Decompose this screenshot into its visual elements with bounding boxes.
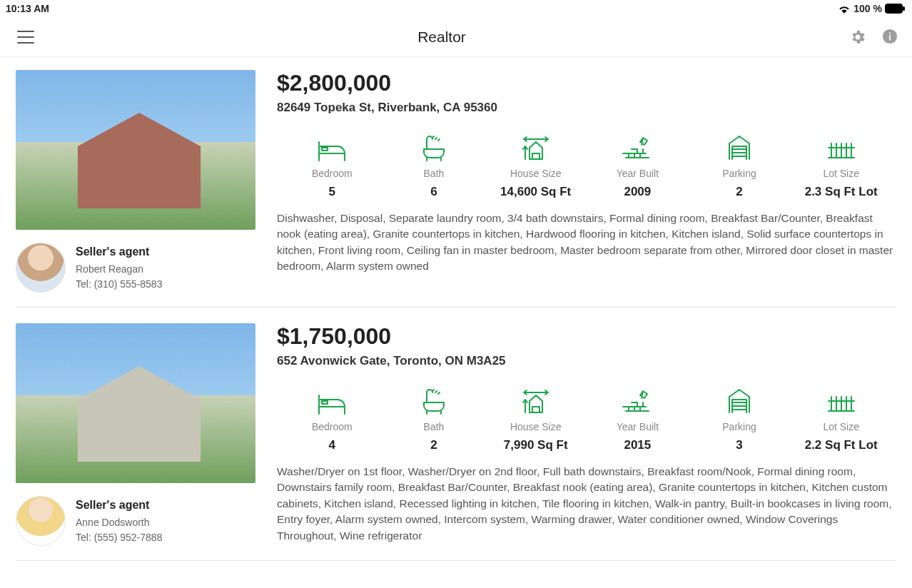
bath-icon <box>383 132 485 162</box>
stat-value: 2009 <box>587 185 689 199</box>
stat-value: 2.3 Sq Ft Lot <box>790 185 892 199</box>
stat-value: 7,990 Sq Ft <box>485 438 587 452</box>
lot-size-icon <box>790 385 892 415</box>
stat-bath: Bath 2 <box>383 385 485 452</box>
lot-size-icon <box>790 132 892 162</box>
bed-icon <box>281 385 383 415</box>
svg-rect-0 <box>886 4 903 14</box>
stat-value: 6 <box>383 185 485 199</box>
stats-row: Bedroom 4 Bath 2 House Size 7,990 Sq Ft <box>277 385 896 452</box>
listing-card[interactable]: Seller's agent Anne Dodsworth Tel: (555)… <box>16 323 896 561</box>
bed-icon <box>281 132 383 162</box>
stat-value: 3 <box>689 438 791 452</box>
agent-tel: Tel: (555) 952-7888 <box>76 530 162 545</box>
year-built-icon <box>587 132 689 162</box>
listings-container: Seller's agent Robert Reagan Tel: (310) … <box>0 57 912 581</box>
stat-value: 2 <box>383 438 485 452</box>
wifi-icon <box>838 4 851 14</box>
stat-label: Parking <box>689 421 791 432</box>
stat-lot-size: Lot Size 2.2 Sq Ft Lot <box>790 385 892 452</box>
listing-description: Washer/Dryer on 1st floor, Washer/Dryer … <box>277 464 896 544</box>
svg-rect-4 <box>889 32 891 34</box>
info-button[interactable] <box>882 29 899 46</box>
app-bar: Realtor <box>0 17 912 57</box>
agent-tel: Tel: (310) 555-8583 <box>76 277 162 292</box>
listing-right: $2,800,000 82649 Topeka St, Riverbank, C… <box>277 70 896 293</box>
stat-label: Bath <box>383 421 485 432</box>
listing-card[interactable]: Seller's agent Robert Reagan Tel: (310) … <box>16 70 896 308</box>
stat-value: 14,600 Sq Ft <box>485 185 587 199</box>
agent-row[interactable]: Seller's agent Anne Dodsworth Tel: (555)… <box>16 496 255 546</box>
stat-label: House Size <box>485 168 587 179</box>
stat-label: Lot Size <box>790 168 892 179</box>
stat-label: Bath <box>383 168 485 179</box>
stat-year-built: Year Built 2009 <box>587 132 689 199</box>
listing-address: 82649 Topeka St, Riverbank, CA 95360 <box>277 101 896 115</box>
status-bar: 10:13 AM 100 % <box>0 0 912 17</box>
stat-label: House Size <box>485 421 587 432</box>
stat-value: 2 <box>689 185 791 199</box>
settings-button[interactable] <box>849 29 866 46</box>
stat-bath: Bath 6 <box>383 132 485 199</box>
agent-info: Seller's agent Anne Dodsworth Tel: (555)… <box>76 497 162 545</box>
listing-description: Dishwasher, Disposal, Separate laundry r… <box>277 211 896 275</box>
listing-price: $2,800,000 <box>277 70 896 96</box>
stat-value: 2015 <box>587 438 689 452</box>
year-built-icon <box>587 385 689 415</box>
house-size-icon <box>485 132 587 162</box>
svg-rect-1 <box>903 6 905 11</box>
stat-bedroom: Bedroom 4 <box>281 385 383 452</box>
stat-label: Parking <box>689 168 791 179</box>
stat-year-built: Year Built 2015 <box>587 385 689 452</box>
menu-button[interactable] <box>17 31 34 44</box>
stat-parking: Parking 2 <box>689 132 791 199</box>
gear-icon <box>849 29 866 46</box>
agent-avatar <box>16 496 66 546</box>
agent-name: Robert Reagan <box>76 262 162 277</box>
status-time: 10:13 AM <box>6 3 49 14</box>
agent-info: Seller's agent Robert Reagan Tel: (310) … <box>76 243 162 292</box>
stat-label: Lot Size <box>790 421 892 432</box>
stats-row: Bedroom 5 Bath 6 House Size 14,600 Sq Ft <box>277 132 896 199</box>
listing-photo[interactable] <box>16 70 255 230</box>
listing-left: Seller's agent Anne Dodsworth Tel: (555)… <box>16 323 255 546</box>
agent-label: Seller's agent <box>76 243 162 260</box>
agent-label: Seller's agent <box>76 497 162 514</box>
listing-left: Seller's agent Robert Reagan Tel: (310) … <box>16 70 255 293</box>
stat-value: 2.2 Sq Ft Lot <box>790 438 892 452</box>
stat-house-size: House Size 7,990 Sq Ft <box>485 385 587 452</box>
listing-photo[interactable] <box>16 323 255 483</box>
stat-bedroom: Bedroom 5 <box>281 132 383 199</box>
parking-icon <box>689 132 791 162</box>
battery-percent: 100 % <box>853 3 882 14</box>
stat-value: 5 <box>281 185 383 199</box>
stat-label: Bedroom <box>281 168 383 179</box>
stat-parking: Parking 3 <box>689 385 791 452</box>
listing-right: $1,750,000 652 Avonwick Gate, Toronto, O… <box>277 323 896 546</box>
listing-address: 652 Avonwick Gate, Toronto, ON M3A25 <box>277 354 896 368</box>
svg-rect-3 <box>889 35 891 40</box>
info-icon <box>882 29 898 44</box>
listing-price: $1,750,000 <box>277 323 896 350</box>
battery-icon <box>885 4 905 14</box>
agent-row[interactable]: Seller's agent Robert Reagan Tel: (310) … <box>16 243 255 293</box>
stat-label: Bedroom <box>281 421 383 432</box>
stat-lot-size: Lot Size 2.3 Sq Ft Lot <box>790 132 892 199</box>
stat-label: Year Built <box>587 421 689 432</box>
stat-label: Year Built <box>587 168 689 179</box>
bath-icon <box>383 385 485 415</box>
stat-house-size: House Size 14,600 Sq Ft <box>485 132 587 199</box>
app-actions <box>849 29 899 46</box>
agent-name: Anne Dodsworth <box>76 515 162 530</box>
parking-icon <box>689 385 791 415</box>
status-right: 100 % <box>838 3 905 14</box>
stat-value: 4 <box>281 438 383 452</box>
agent-avatar <box>16 243 66 293</box>
app-title: Realtor <box>417 29 466 46</box>
house-size-icon <box>485 385 587 415</box>
